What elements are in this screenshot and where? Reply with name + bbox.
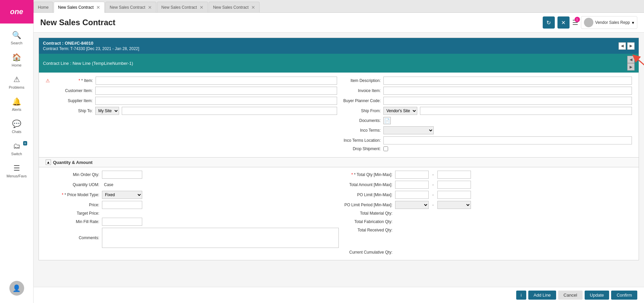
- user-avatar[interactable]: 👤: [0, 277, 33, 300]
- main-area: Home New Sales Contract ✕ New Sales Cont…: [34, 0, 644, 303]
- confirm-button[interactable]: Confirm: [611, 291, 637, 300]
- item-input[interactable]: [96, 77, 337, 85]
- tab-2-close-icon[interactable]: ✕: [148, 5, 152, 10]
- total-qty-max-input[interactable]: [437, 171, 471, 179]
- target-price-left: Target Price:: [46, 211, 339, 216]
- ship-to-input[interactable]: [122, 107, 337, 115]
- price-input[interactable]: [102, 201, 142, 209]
- qty-separator-1: -: [432, 172, 434, 177]
- chats-label: Chats: [12, 130, 21, 134]
- min-fill-rate-input[interactable]: [102, 218, 142, 226]
- contract-line-nav-arrows: ◀ ▶: [627, 56, 635, 71]
- item-description-input[interactable]: [383, 77, 632, 85]
- supplier-item-label: Supplier Item:: [52, 98, 93, 103]
- contract-id: Contract : ONE#C-84010: [43, 41, 139, 46]
- target-price-row: Target Price: Total Material Qty:: [46, 211, 632, 216]
- customer-item-input[interactable]: [95, 87, 337, 95]
- contract-line-label: Contract Line : New Line (TempLineNumber…: [43, 61, 133, 66]
- po-limit-period-max-select[interactable]: [437, 201, 471, 209]
- document-icon[interactable]: 📄: [383, 117, 391, 124]
- ship-to-left: Ship To: My Site: [46, 107, 337, 115]
- inco-terms-location-right: Inco Terms Location:: [340, 136, 632, 144]
- collapse-button[interactable]: ▲: [46, 160, 51, 165]
- update-button[interactable]: Update: [585, 291, 609, 300]
- tab-1[interactable]: New Sales Contract ✕: [54, 2, 105, 13]
- tab-3-close-icon[interactable]: ✕: [200, 5, 204, 10]
- tab-4-close-icon[interactable]: ✕: [251, 5, 255, 10]
- alerts-label: Alerts: [12, 107, 21, 112]
- po-limit-period-min-select[interactable]: [395, 201, 429, 209]
- documents-right: Documents: 📄: [340, 117, 632, 124]
- total-qty-right: * Total Qty [Min-Max]: -: [339, 171, 632, 179]
- sidebar-item-alerts[interactable]: 🔔 Alerts: [0, 93, 33, 116]
- sidebar-item-problems[interactable]: ⚠ Problems: [0, 71, 33, 93]
- inco-terms-select[interactable]: [383, 126, 434, 134]
- sidebar-item-search[interactable]: 🔍 Search: [0, 27, 33, 49]
- price-left: Price:: [46, 201, 339, 209]
- total-fabrication-right: Total Fabrication Qty:: [339, 219, 632, 224]
- cancel-button[interactable]: Cancel: [558, 291, 582, 300]
- menu-button[interactable]: ☰ 1: [572, 18, 578, 27]
- invoice-item-input[interactable]: [383, 87, 632, 95]
- price-row: Price: PO Limit Period [Min-Max]: -: [46, 201, 632, 209]
- price-model-left: * Price Model Type: Fixed: [46, 191, 339, 199]
- tab-2[interactable]: New Sales Contract ✕: [105, 2, 156, 12]
- inco-terms-location-input[interactable]: [383, 136, 632, 144]
- contract-prev-button[interactable]: ◀: [619, 42, 626, 50]
- add-line-button[interactable]: Add Line: [528, 291, 556, 300]
- refresh-button[interactable]: ↻: [543, 16, 555, 29]
- sidebar-item-switch[interactable]: 🗂 ≡ Switch: [0, 138, 33, 160]
- tab-home[interactable]: Home: [34, 2, 53, 12]
- qty-section-title: Quantity & Amount: [53, 160, 93, 165]
- user-avatar-small: [584, 18, 593, 27]
- min-order-qty-row: Min Order Qty: * Total Qty [Min-Max]: -: [46, 171, 632, 179]
- user-name: Vendor Sales Repp: [595, 20, 630, 25]
- item-error-icon: ⚠: [46, 78, 50, 83]
- inco-terms-location-label: Inco Terms Location:: [340, 138, 381, 143]
- buyer-planner-input[interactable]: [383, 97, 632, 105]
- page-title: New Sales Contract: [40, 18, 543, 27]
- supplier-item-input[interactable]: [95, 97, 337, 105]
- contract-next-button[interactable]: ▶: [627, 42, 635, 50]
- supplier-item-left: Supplier Item:: [46, 97, 337, 105]
- sidebar-item-menus[interactable]: ☰ Menus/Favs: [0, 160, 33, 182]
- tab-4[interactable]: New Sales Contract ✕: [209, 2, 260, 12]
- line-next-button[interactable]: ▶: [627, 63, 635, 71]
- min-fill-rate-row: Min Fill Rate: Total Fabrication Qty:: [46, 218, 632, 226]
- supplier-item-row: Supplier Item: Buyer Planner Code:: [46, 97, 632, 105]
- sidebar-item-chats[interactable]: 💬 Chats: [0, 116, 33, 138]
- inco-terms-right: Inco Terms:: [340, 126, 632, 134]
- customer-item-label: Customer Item:: [52, 88, 93, 93]
- line-prev-button[interactable]: ◀: [627, 56, 635, 63]
- po-limit-period-label: PO Limit Period [Min-Max]:: [339, 203, 392, 207]
- tab-1-close-icon[interactable]: ✕: [96, 5, 100, 10]
- item-row: ⚠ * Item: Item Description:: [46, 77, 632, 85]
- contract-term: Contract Term: T-74330 [Dec 23, 2021 - J…: [43, 46, 139, 51]
- po-limit-min-input[interactable]: [395, 191, 429, 199]
- close-button[interactable]: ✕: [557, 16, 570, 29]
- comments-textarea[interactable]: [102, 228, 339, 248]
- info-button[interactable]: i: [516, 291, 526, 300]
- min-fill-rate-label: Min Fill Rate:: [46, 219, 99, 224]
- cumulative-qty-row: Current Cumulative Qty:: [46, 250, 632, 255]
- min-fill-rate-left: Min Fill Rate:: [46, 218, 339, 226]
- min-order-qty-input[interactable]: [102, 171, 142, 179]
- comments-row: Comments: Total Received Qty:: [46, 228, 632, 248]
- total-amount-min-input[interactable]: [395, 181, 429, 189]
- sidebar-item-home[interactable]: 🏠 Home: [0, 49, 33, 71]
- ship-to-select[interactable]: My Site: [95, 107, 119, 115]
- menus-label: Menus/Favs: [7, 174, 27, 178]
- user-dropdown[interactable]: Vendor Sales Repp ▾: [581, 16, 637, 29]
- po-limit-max-input[interactable]: [437, 191, 471, 199]
- ship-from-input[interactable]: [420, 107, 632, 115]
- tab-3-label: New Sales Contract: [161, 5, 197, 10]
- ship-from-select[interactable]: Vendor's Site: [383, 107, 417, 115]
- app-logo[interactable]: one: [0, 0, 34, 24]
- drop-shipment-label: Drop Shipment:: [340, 146, 381, 151]
- price-model-type-select[interactable]: Fixed: [102, 191, 142, 199]
- drop-shipment-checkbox[interactable]: [383, 146, 388, 151]
- total-amount-right: Total Amount [Min-Max]: -: [339, 181, 632, 189]
- total-qty-min-input[interactable]: [395, 171, 429, 179]
- total-amount-max-input[interactable]: [437, 181, 471, 189]
- tab-3[interactable]: New Sales Contract ✕: [157, 2, 208, 12]
